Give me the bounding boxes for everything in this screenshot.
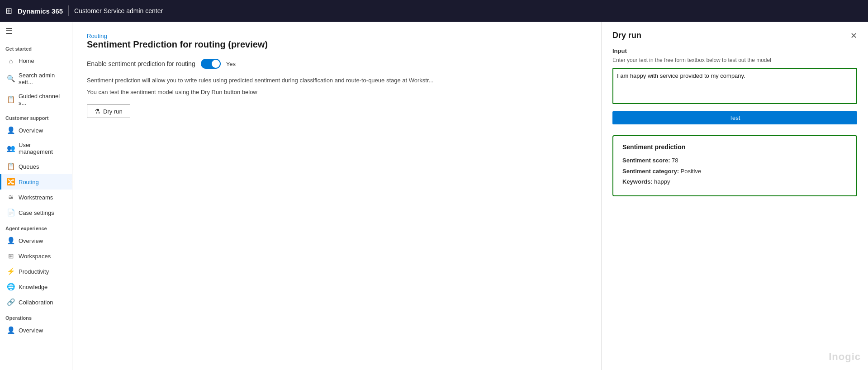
sidebar-item-knowledge[interactable]: 🌐 Knowledge <box>0 279 72 294</box>
sentiment-keywords-row: Keywords: happy <box>622 177 847 186</box>
sidebar-item-overview-cs[interactable]: 👤 Overview <box>0 123 72 138</box>
content-area: Routing Sentiment Prediction for routing… <box>72 22 601 370</box>
app-logo: Dynamics 365 <box>18 7 63 15</box>
sidebar-item-user-management[interactable]: 👥 User management <box>0 138 72 159</box>
dry-run-button-label: Dry run <box>103 108 123 115</box>
sidebar-item-workspaces-label: Workspaces <box>19 253 51 260</box>
overview-cs-icon: 👤 <box>7 126 15 134</box>
sidebar-item-knowledge-label: Knowledge <box>19 284 47 290</box>
sidebar-item-workstreams-label: Workstreams <box>19 194 53 201</box>
sidebar-item-productivity-label: Productivity <box>19 268 49 275</box>
page-title: Sentiment Prediction for routing (previe… <box>87 39 587 50</box>
dry-run-panel: Dry run ✕ Input Enter your text in the f… <box>601 22 868 370</box>
toggle-label: Enable sentiment prediction for routing <box>87 60 195 67</box>
sidebar-item-collaboration[interactable]: 🔗 Collaboration <box>0 294 72 310</box>
sidebar-item-overview-ae[interactable]: 👤 Overview <box>0 233 72 248</box>
sidebar-item-routing-label: Routing <box>19 179 39 185</box>
section-operations: Operations <box>0 310 72 323</box>
sentiment-score-value: 78 <box>672 157 678 164</box>
case-settings-icon: 📄 <box>7 209 15 217</box>
dry-run-textarea[interactable] <box>612 68 857 104</box>
sidebar-item-workspaces[interactable]: ⊞ Workspaces <box>0 248 72 264</box>
workspaces-icon: ⊞ <box>7 252 15 260</box>
sentiment-category-value: Positive <box>681 168 702 175</box>
panel-hint: Enter your text in the free form textbox… <box>612 57 857 63</box>
sidebar-item-guided-label: Guided channel s... <box>19 93 66 106</box>
sidebar-toggle[interactable]: ☰ <box>0 22 72 41</box>
sidebar-item-search-admin[interactable]: 🔍 Search admin sett... <box>0 68 72 89</box>
breadcrumb[interactable]: Routing <box>87 33 107 39</box>
description-1: Sentiment prediction will allow you to w… <box>87 76 587 85</box>
section-customer-support: Customer support <box>0 110 72 123</box>
sidebar-item-overview-cs-label: Overview <box>19 127 43 134</box>
toggle-row: Enable sentiment prediction for routing … <box>87 59 587 69</box>
close-button[interactable]: ✕ <box>850 32 857 40</box>
sidebar-item-search-label: Search admin sett... <box>19 72 66 85</box>
overview-op-icon: 👤 <box>7 326 15 334</box>
section-agent-experience: Agent experience <box>0 220 72 233</box>
search-icon: 🔍 <box>7 75 15 83</box>
dry-run-button[interactable]: ⚗ Dry run <box>87 104 130 118</box>
sidebar-item-case-settings[interactable]: 📄 Case settings <box>0 205 72 220</box>
sidebar-item-overview-op[interactable]: 👤 Overview <box>0 323 72 338</box>
sidebar-item-guided-channel[interactable]: 📋 Guided channel s... <box>0 89 72 110</box>
sidebar-item-collaboration-label: Collaboration <box>19 299 53 306</box>
topbar: ⊞ Dynamics 365 Customer Service admin ce… <box>0 0 868 22</box>
sentiment-category-row: Sentiment category: Positive <box>622 167 847 176</box>
sidebar-item-queues-label: Queues <box>19 163 39 170</box>
test-button[interactable]: Test <box>612 111 857 124</box>
enable-toggle[interactable] <box>201 59 221 69</box>
guided-channel-icon: 📋 <box>7 95 15 104</box>
sentiment-category-label: Sentiment category: <box>622 168 679 175</box>
description-2: You can test the sentiment model using t… <box>87 88 587 97</box>
sentiment-prediction-box: Sentiment prediction Sentiment score: 78… <box>612 135 857 196</box>
sidebar-item-overview-ae-label: Overview <box>19 237 43 244</box>
productivity-icon: ⚡ <box>7 267 15 275</box>
sidebar-item-queues[interactable]: 📋 Queues <box>0 159 72 174</box>
sidebar-item-overview-op-label: Overview <box>19 327 43 334</box>
sidebar: ☰ Get started ⌂ Home 🔍 Search admin sett… <box>0 22 72 370</box>
home-icon: ⌂ <box>7 57 15 65</box>
sidebar-item-home[interactable]: ⌂ Home <box>0 53 72 68</box>
sidebar-item-home-label: Home <box>19 57 34 64</box>
section-get-started: Get started <box>0 41 72 53</box>
dry-run-icon: ⚗ <box>95 108 100 115</box>
sidebar-item-routing[interactable]: 🔀 Routing <box>0 174 72 190</box>
sidebar-item-workstreams[interactable]: ≋ Workstreams <box>0 190 72 205</box>
panel-header: Dry run ✕ <box>612 31 857 40</box>
app-title: Customer Service admin center <box>74 7 163 14</box>
sidebar-item-case-settings-label: Case settings <box>19 209 54 216</box>
main-layout: ☰ Get started ⌂ Home 🔍 Search admin sett… <box>0 22 868 370</box>
sidebar-item-user-management-label: User management <box>19 142 66 155</box>
workstreams-icon: ≋ <box>7 193 15 201</box>
collaboration-icon: 🔗 <box>7 298 15 306</box>
panel-title: Dry run <box>612 31 641 40</box>
toggle-state: Yes <box>226 61 236 67</box>
sentiment-score-row: Sentiment score: 78 <box>622 156 847 165</box>
panel-input-label: Input <box>612 47 857 54</box>
topbar-divider <box>68 5 69 16</box>
sentiment-keywords-label: Keywords: <box>622 178 652 185</box>
sentiment-box-title: Sentiment prediction <box>622 143 847 151</box>
grid-icon[interactable]: ⊞ <box>5 6 12 16</box>
sentiment-score-label: Sentiment score: <box>622 157 670 164</box>
knowledge-icon: 🌐 <box>7 283 15 291</box>
routing-icon: 🔀 <box>7 178 15 186</box>
sidebar-item-productivity[interactable]: ⚡ Productivity <box>0 264 72 279</box>
user-management-icon: 👥 <box>7 144 15 152</box>
queues-icon: 📋 <box>7 162 15 171</box>
sentiment-keywords-value: happy <box>654 178 670 185</box>
overview-ae-icon: 👤 <box>7 237 15 245</box>
